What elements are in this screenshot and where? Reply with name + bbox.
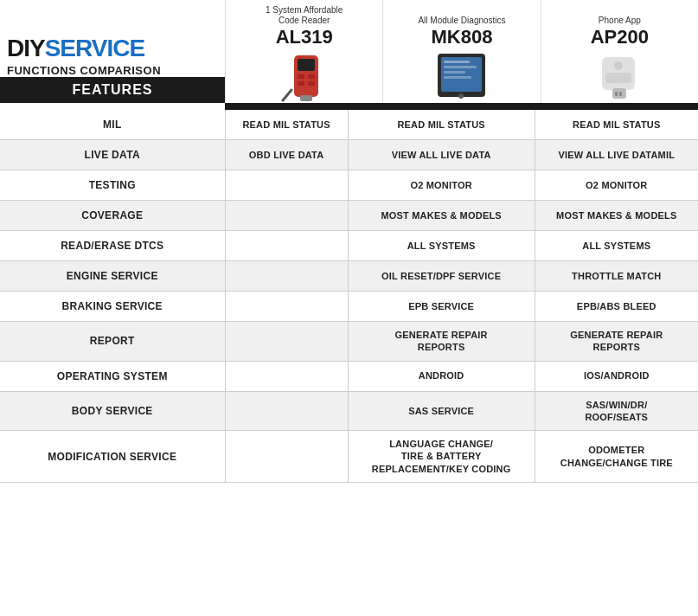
al319-value-cell	[225, 170, 348, 201]
feature-cell: READ/ERASE DTCS	[0, 231, 225, 261]
mk808-image	[387, 47, 536, 103]
ap200-name: AP200	[591, 28, 649, 47]
al319-value-cell	[225, 231, 348, 261]
al319-value-cell	[225, 292, 348, 322]
ap200-value-cell: EPB/ABS BLEED	[535, 292, 698, 322]
mk808-value-cell: ALL SYSTEMS	[348, 231, 535, 261]
al319-value-cell	[225, 322, 348, 362]
mk808-value-cell: READ MIL STATUS	[348, 110, 535, 140]
functions-comparison-label: FUNCTIONS COMPARISON	[0, 62, 225, 77]
table-row: ENGINE SERVICEOIL RESET/DPF SERVICETHROT…	[0, 261, 698, 292]
svg-rect-20	[619, 92, 622, 96]
svg-rect-19	[615, 92, 618, 96]
mk808-value-cell: VIEW ALL LIVE DATA	[348, 140, 535, 170]
black-bar-mk808	[382, 103, 540, 110]
table-row: OPERATING SYSTEMANDROIDIOS/ANDROID	[0, 361, 698, 391]
svg-rect-6	[308, 81, 315, 86]
mk808-value-cell: OIL RESET/DPF SERVICE	[348, 261, 535, 292]
table-row: MILREAD MIL STATUSREAD MIL STATUSREAD MI…	[0, 110, 698, 140]
table-row: MODIFICATION SERVICELANGUAGE CHANGE/ TIR…	[0, 431, 698, 483]
feature-cell: COVERAGE	[0, 201, 225, 231]
svg-rect-11	[444, 66, 477, 68]
ap200-value-cell: MOST MAKES & MODELS	[535, 201, 698, 231]
table-row: REPORTGENERATE REPAIR REPORTSGENERATE RE…	[0, 322, 698, 362]
table-row: COVERAGEMOST MAKES & MODELSMOST MAKES & …	[0, 201, 698, 231]
svg-line-0	[283, 90, 291, 100]
table-row: TESTINGO2 MONITORO2 MONITOR	[0, 170, 698, 201]
black-bar-ap200	[541, 103, 698, 110]
svg-point-16	[614, 61, 623, 70]
product-col-mk808: All Module Diagnostics MK808	[382, 0, 540, 103]
table-row: BODY SERVICESAS SERVICESAS/WIN/DR/ ROOF/…	[0, 391, 698, 431]
al319-value-cell	[225, 431, 348, 483]
svg-rect-10	[444, 61, 470, 63]
mk808-value-cell: O2 MONITOR	[348, 170, 535, 201]
feature-cell: ENGINE SERVICE	[0, 261, 225, 292]
feature-cell: REPORT	[0, 322, 225, 362]
table-row: READ/ERASE DTCSALL SYSTEMSALL SYSTEMS	[0, 231, 698, 261]
diy-word: DIY	[7, 35, 45, 61]
al319-value-cell	[225, 361, 348, 391]
mk808-value-cell: SAS SERVICE	[348, 391, 535, 431]
service-word: SERVICE	[45, 35, 144, 61]
al319-value-cell	[225, 201, 348, 231]
product-col-ap200: Phone App AP200	[541, 0, 698, 103]
feature-cell: LIVE DATA	[0, 140, 225, 170]
ap200-value-cell: O2 MONITOR	[535, 170, 698, 201]
ap200-value-cell: GENERATE REPAIR REPORTS	[535, 322, 698, 362]
mk808-tag: All Module Diagnostics	[418, 16, 505, 26]
table-row: LIVE DATAOBD LIVE DATAVIEW ALL LIVE DATA…	[0, 140, 698, 170]
svg-rect-12	[444, 71, 465, 74]
svg-rect-4	[308, 74, 315, 79]
ap200-value-cell: THROTTLE MATCH	[535, 261, 698, 292]
ap200-value-cell: SAS/WIN/DR/ ROOF/SEATS	[535, 391, 698, 431]
al319-device-icon	[279, 47, 330, 103]
svg-rect-5	[298, 81, 304, 86]
al319-tag: 1 System AffordableCode Reader	[266, 5, 343, 26]
product-col-al319: 1 System AffordableCode Reader AL319	[225, 0, 382, 103]
svg-rect-17	[605, 73, 631, 83]
mk808-name: MK808	[432, 28, 493, 47]
mk808-value-cell: LANGUAGE CHANGE/ TIRE & BATTERY REPLACEM…	[348, 431, 535, 483]
comparison-table: MILREAD MIL STATUSREAD MIL STATUSREAD MI…	[0, 110, 698, 483]
page-wrapper: DIYSERVICE FUNCTIONS COMPARISON FEATURES…	[0, 0, 698, 483]
ap200-device-icon	[593, 47, 645, 103]
ap200-value-cell: READ MIL STATUS	[535, 110, 698, 140]
feature-cell: OPERATING SYSTEM	[0, 361, 225, 391]
ap200-value-cell: IOS/ANDROID	[535, 361, 698, 391]
al319-value-cell: OBD LIVE DATA	[225, 140, 348, 170]
header-container: DIYSERVICE FUNCTIONS COMPARISON FEATURES…	[0, 0, 698, 103]
mk808-value-cell: EPB SERVICE	[348, 292, 535, 322]
feature-cell: BODY SERVICE	[0, 391, 225, 431]
mk808-value-cell: MOST MAKES & MODELS	[348, 201, 535, 231]
feature-cell: TESTING	[0, 170, 225, 201]
mk808-device-icon	[433, 47, 490, 103]
feature-cell: MIL	[0, 110, 225, 140]
black-bar-cols	[225, 103, 698, 110]
table-row: BRAKING SERVICEEPB SERVICEEPB/ABS BLEED	[0, 292, 698, 322]
feature-cell: MODIFICATION SERVICE	[0, 431, 225, 483]
al319-value-cell	[225, 391, 348, 431]
mk808-value-cell: ANDROID	[348, 361, 535, 391]
svg-point-14	[458, 93, 464, 99]
black-bar-left	[0, 103, 225, 110]
features-bar: FEATURES	[0, 77, 225, 103]
ap200-image	[545, 47, 695, 103]
svg-rect-2	[298, 59, 315, 71]
svg-rect-3	[298, 74, 304, 79]
brand-title: DIYSERVICE	[0, 29, 225, 62]
al319-name: AL319	[276, 28, 333, 47]
al319-image	[229, 47, 379, 103]
ap200-value-cell: ALL SYSTEMS	[535, 231, 698, 261]
feature-cell: BRAKING SERVICE	[0, 292, 225, 322]
al319-value-cell	[225, 261, 348, 292]
product-columns: 1 System AffordableCode Reader AL319	[225, 0, 698, 103]
svg-rect-13	[444, 76, 471, 79]
mk808-value-cell: GENERATE REPAIR REPORTS	[348, 322, 535, 362]
black-bar-al319	[225, 103, 382, 110]
header-left: DIYSERVICE FUNCTIONS COMPARISON FEATURES	[0, 0, 225, 103]
ap200-value-cell: ODOMETER CHANGE/CHANGE TIRE	[535, 431, 698, 483]
black-bar-row	[0, 103, 698, 110]
al319-value-cell: READ MIL STATUS	[225, 110, 348, 140]
svg-rect-7	[300, 95, 312, 101]
